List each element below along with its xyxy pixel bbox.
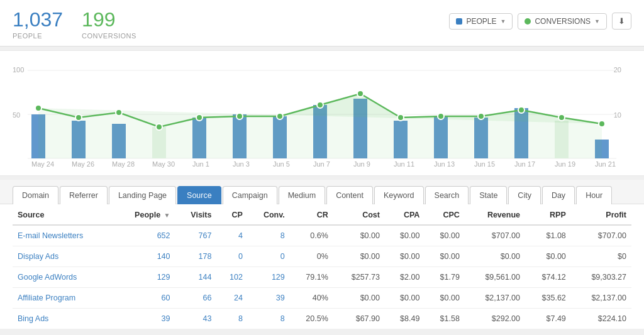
profit-cell: $707.00 xyxy=(571,225,631,246)
svg-text:May 26: May 26 xyxy=(72,160,94,168)
svg-text:Jun 13: Jun 13 xyxy=(434,160,455,168)
source-cell[interactable]: E-mail Newsletters xyxy=(13,225,114,246)
people-count: 1,037 xyxy=(13,9,63,31)
people-cell: 652 xyxy=(114,225,175,246)
table-container: Source People ▼ Visits CP Conv. CR Cost … xyxy=(0,204,644,329)
conversions-btn-label: CONVERSIONS xyxy=(535,17,591,26)
svg-text:Jun 19: Jun 19 xyxy=(555,160,575,168)
tab-city[interactable]: City xyxy=(508,186,541,204)
svg-point-32 xyxy=(397,114,404,121)
revenue-cell: $2,137.00 xyxy=(465,288,525,309)
col-revenue[interactable]: Revenue xyxy=(465,204,525,225)
source-cell[interactable]: Affiliate Program xyxy=(13,288,114,309)
tab-domain[interactable]: Domain xyxy=(13,186,58,204)
svg-point-33 xyxy=(438,113,444,119)
tab-content[interactable]: Content xyxy=(326,186,373,204)
col-cr[interactable]: CR xyxy=(290,204,333,225)
table-row: Bing Ads 39 43 8 8 20.5% $67.90 $8.49 $1… xyxy=(13,309,631,329)
conversions-label: CONVERSIONS xyxy=(82,32,136,40)
svg-text:20: 20 xyxy=(614,66,621,74)
cpc-cell: $1.79 xyxy=(425,267,464,288)
svg-text:Jun 9: Jun 9 xyxy=(353,160,370,168)
cr-cell: 40% xyxy=(290,288,333,309)
people-cell: 129 xyxy=(114,267,175,288)
cost-cell: $0.00 xyxy=(333,225,385,246)
col-conv[interactable]: Conv. xyxy=(248,204,290,225)
cp-cell: 0 xyxy=(216,246,247,267)
chart-wrap: 100 50 20 10 xyxy=(13,61,631,168)
cr-cell: 0.6% xyxy=(290,225,333,246)
stats-bar: 1,037 PEOPLE 199 CONVERSIONS PEOPLE ▼ CO… xyxy=(0,0,644,47)
svg-point-29 xyxy=(277,113,283,119)
source-cell[interactable]: Google AdWords xyxy=(13,267,114,288)
stats-left: 1,037 PEOPLE 199 CONVERSIONS xyxy=(13,9,136,40)
tab-medium[interactable]: Medium xyxy=(279,186,325,204)
people-stat: 1,037 PEOPLE xyxy=(13,9,63,40)
svg-point-35 xyxy=(518,107,525,113)
col-people[interactable]: People ▼ xyxy=(114,204,175,225)
tab-day[interactable]: Day xyxy=(542,186,575,204)
tab-keyword[interactable]: Keyword xyxy=(374,186,424,204)
svg-text:Jun 11: Jun 11 xyxy=(394,160,414,168)
rpp-cell: $1.08 xyxy=(525,225,571,246)
cp-cell: 8 xyxy=(216,309,247,329)
source-cell[interactable]: Display Ads xyxy=(13,246,114,267)
col-cp[interactable]: CP xyxy=(216,204,247,225)
svg-point-25 xyxy=(116,109,122,116)
people-caret-icon: ▼ xyxy=(500,18,506,25)
people-cell: 140 xyxy=(114,246,175,267)
cr-cell: 0% xyxy=(290,246,333,267)
table-header-row: Source People ▼ Visits CP Conv. CR Cost … xyxy=(13,204,631,225)
svg-text:May 24: May 24 xyxy=(31,160,54,168)
svg-point-34 xyxy=(478,113,484,119)
profit-cell: $224.10 xyxy=(571,309,631,329)
tabs-row: Domain Referrer Landing Page Source Camp… xyxy=(0,180,644,204)
visits-cell: 144 xyxy=(175,267,216,288)
tab-landing-page[interactable]: Landing Page xyxy=(109,186,176,204)
svg-point-27 xyxy=(196,114,203,121)
cpc-cell: $0.00 xyxy=(425,225,464,246)
people-icon xyxy=(456,18,462,25)
tab-hour[interactable]: Hour xyxy=(576,186,612,204)
svg-point-30 xyxy=(317,102,323,108)
people-dropdown[interactable]: PEOPLE ▼ xyxy=(449,13,513,30)
svg-point-24 xyxy=(75,114,82,121)
cpa-cell: $0.00 xyxy=(385,225,425,246)
people-label: PEOPLE xyxy=(13,32,63,40)
cpa-cell: $8.49 xyxy=(385,309,425,329)
people-cell: 39 xyxy=(114,309,175,329)
col-rpp[interactable]: RPP xyxy=(525,204,571,225)
svg-text:May 28: May 28 xyxy=(112,160,135,168)
conversions-dropdown[interactable]: CONVERSIONS ▼ xyxy=(518,13,607,30)
svg-point-36 xyxy=(558,114,565,121)
data-table: Source People ▼ Visits CP Conv. CR Cost … xyxy=(13,204,631,329)
svg-text:10: 10 xyxy=(614,111,621,119)
col-cpa[interactable]: CPA xyxy=(385,204,425,225)
svg-text:Jun 17: Jun 17 xyxy=(514,160,535,168)
col-visits[interactable]: Visits xyxy=(175,204,216,225)
download-button[interactable]: ⬇ xyxy=(612,13,631,30)
tab-source[interactable]: Source xyxy=(177,186,221,204)
source-cell[interactable]: Bing Ads xyxy=(13,309,114,329)
visits-cell: 66 xyxy=(175,288,216,309)
rpp-cell: $35.62 xyxy=(525,288,571,309)
col-cost[interactable]: Cost xyxy=(333,204,385,225)
tab-search[interactable]: Search xyxy=(425,186,469,204)
cpa-cell: $2.00 xyxy=(385,267,425,288)
revenue-cell: $707.00 xyxy=(465,225,525,246)
conv-cell: 129 xyxy=(248,267,290,288)
tab-referrer[interactable]: Referrer xyxy=(60,186,108,204)
svg-point-28 xyxy=(236,113,243,119)
tab-state[interactable]: State xyxy=(470,186,507,204)
tab-campaign[interactable]: Campaign xyxy=(223,186,277,204)
svg-point-31 xyxy=(357,91,364,97)
cost-cell: $67.90 xyxy=(333,309,385,329)
col-source[interactable]: Source xyxy=(13,204,114,225)
cost-cell: $0.00 xyxy=(333,288,385,309)
cp-cell: 24 xyxy=(216,288,247,309)
col-cpc[interactable]: CPC xyxy=(425,204,464,225)
svg-text:Jun 15: Jun 15 xyxy=(474,160,495,168)
col-profit[interactable]: Profit xyxy=(571,204,631,225)
sort-arrow-icon: ▼ xyxy=(164,212,170,219)
cpc-cell: $0.00 xyxy=(425,246,464,267)
